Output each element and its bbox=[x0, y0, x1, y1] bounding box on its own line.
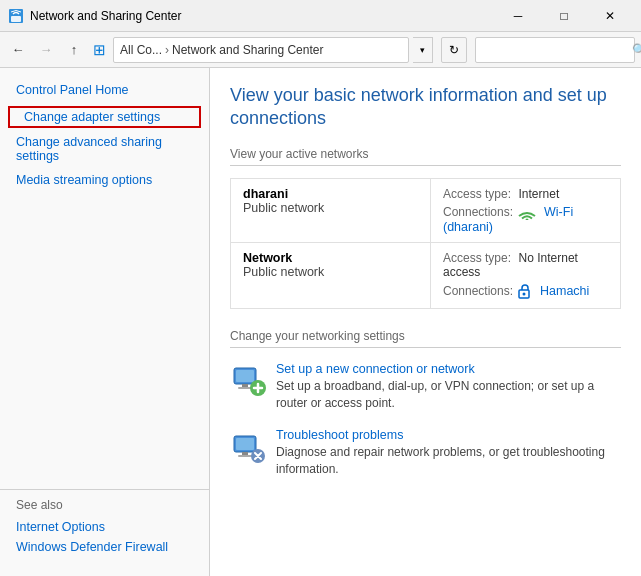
new-connection-icon bbox=[230, 362, 266, 398]
up-button[interactable]: ↑ bbox=[62, 38, 86, 62]
network-type-hamachi: Public network bbox=[243, 265, 418, 279]
svg-rect-7 bbox=[238, 387, 252, 389]
svg-rect-11 bbox=[242, 452, 248, 455]
search-box[interactable]: 🔍 bbox=[475, 37, 635, 63]
path-all: All Co... bbox=[120, 43, 162, 57]
sidebar-item-change-adapter[interactable]: Change adapter settings bbox=[8, 106, 201, 128]
title-bar: Network and Sharing Center ─ □ ✕ bbox=[0, 0, 641, 32]
new-connection-text: Set up a new connection or network Set u… bbox=[276, 362, 621, 412]
wifi-icon bbox=[517, 205, 537, 220]
search-input[interactable] bbox=[482, 43, 632, 57]
new-connection-link[interactable]: Set up a new connection or network bbox=[276, 362, 621, 376]
troubleshoot-icon bbox=[230, 428, 266, 464]
new-connection-desc: Set up a broadband, dial-up, or VPN conn… bbox=[276, 379, 594, 410]
change-settings-header: Change your networking settings bbox=[230, 329, 621, 348]
setting-item-troubleshoot: Troubleshoot problems Diagnose and repai… bbox=[230, 428, 621, 478]
troubleshoot-link[interactable]: Troubleshoot problems bbox=[276, 428, 621, 442]
access-value-dharani: Internet bbox=[519, 187, 560, 201]
sidebar-nav: Change adapter settings Change advanced … bbox=[0, 104, 209, 190]
svg-rect-1 bbox=[11, 16, 21, 22]
troubleshoot-text: Troubleshoot problems Diagnose and repai… bbox=[276, 428, 621, 478]
setting-item-new-connection: Set up a new connection or network Set u… bbox=[230, 362, 621, 412]
page-title: View your basic network information and … bbox=[230, 84, 621, 131]
see-also-title: See also bbox=[16, 498, 193, 512]
app-icon bbox=[8, 8, 24, 24]
svg-point-4 bbox=[522, 293, 525, 296]
svg-rect-12 bbox=[238, 455, 252, 457]
network-details-hamachi: Access type: No Internet access Connecti… bbox=[431, 242, 621, 308]
address-dropdown[interactable]: ▾ bbox=[413, 37, 433, 63]
search-icon: 🔍 bbox=[632, 43, 641, 57]
see-also-section: See also Internet Options Windows Defend… bbox=[0, 489, 209, 564]
refresh-button[interactable]: ↻ bbox=[441, 37, 467, 63]
window-title: Network and Sharing Center bbox=[30, 9, 495, 23]
connections-label-1: Connections: bbox=[443, 205, 513, 219]
content-area: View your basic network information and … bbox=[210, 68, 641, 576]
address-path[interactable]: All Co... › Network and Sharing Center bbox=[113, 37, 409, 63]
main-layout: Control Panel Home Change adapter settin… bbox=[0, 68, 641, 576]
maximize-button[interactable]: □ bbox=[541, 0, 587, 32]
active-networks-header: View your active networks bbox=[230, 147, 621, 166]
connections-label-2: Connections: bbox=[443, 284, 513, 298]
table-row: Network Public network Access type: No I… bbox=[231, 242, 621, 308]
access-label-1: Access type: bbox=[443, 187, 511, 201]
grid-icon: ⊞ bbox=[93, 41, 106, 59]
access-label-2: Access type: bbox=[443, 251, 511, 265]
address-bar: ← → ↑ ⊞ All Co... › Network and Sharing … bbox=[0, 32, 641, 68]
svg-rect-8 bbox=[236, 370, 254, 382]
window-controls: ─ □ ✕ bbox=[495, 0, 633, 32]
sidebar-item-home[interactable]: Control Panel Home bbox=[0, 80, 209, 100]
sidebar-item-defender-firewall[interactable]: Windows Defender Firewall bbox=[16, 538, 193, 556]
minimize-button[interactable]: ─ bbox=[495, 0, 541, 32]
sidebar-item-change-advanced[interactable]: Change advanced sharingsettings bbox=[0, 132, 209, 166]
troubleshoot-desc: Diagnose and repair network problems, or… bbox=[276, 445, 605, 476]
network-type-dharani: Public network bbox=[243, 201, 418, 215]
path-current: Network and Sharing Center bbox=[172, 43, 323, 57]
connections-hamachi-link[interactable]: Hamachi bbox=[540, 284, 589, 298]
back-button[interactable]: ← bbox=[6, 38, 30, 62]
network-name-hamachi: Network bbox=[243, 251, 418, 265]
table-row: dharani Public network Access type: Inte… bbox=[231, 178, 621, 242]
sidebar-item-media-streaming[interactable]: Media streaming options bbox=[0, 170, 209, 190]
sidebar-spacer bbox=[0, 190, 209, 489]
vpn-icon bbox=[517, 283, 533, 300]
networks-table: dharani Public network Access type: Inte… bbox=[230, 178, 621, 309]
sidebar-item-internet-options[interactable]: Internet Options bbox=[16, 518, 193, 536]
svg-rect-13 bbox=[236, 438, 254, 450]
svg-point-2 bbox=[525, 218, 528, 220]
close-button[interactable]: ✕ bbox=[587, 0, 633, 32]
sidebar: Control Panel Home Change adapter settin… bbox=[0, 68, 210, 576]
network-name-dharani: dharani bbox=[243, 187, 418, 201]
network-details-dharani: Access type: Internet Connections: bbox=[431, 178, 621, 242]
svg-rect-6 bbox=[242, 384, 248, 387]
forward-button[interactable]: → bbox=[34, 38, 58, 62]
